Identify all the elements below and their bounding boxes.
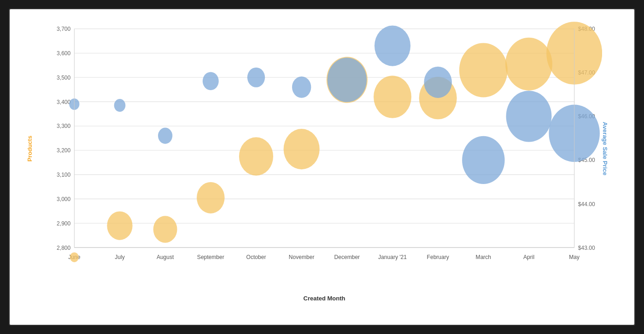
svg-text:December: December <box>334 253 360 260</box>
svg-text:2,800: 2,800 <box>57 244 70 251</box>
svg-point-58 <box>424 67 452 98</box>
chart-container: Products Average Sale Price 2,8002,9003,… <box>9 8 635 326</box>
svg-point-59 <box>462 136 504 184</box>
svg-text:3,700: 3,700 <box>57 25 70 32</box>
svg-point-45 <box>374 75 411 118</box>
svg-point-38 <box>70 252 79 262</box>
svg-text:$44.00: $44.00 <box>578 200 595 207</box>
svg-text:November: November <box>289 253 315 260</box>
svg-text:February: February <box>427 253 450 260</box>
svg-point-43 <box>284 129 320 169</box>
chart-area: Products Average Sale Price 2,8002,9003,… <box>47 18 602 279</box>
svg-text:2,900: 2,900 <box>57 219 70 227</box>
svg-point-57 <box>375 26 410 66</box>
svg-text:March: March <box>476 253 491 260</box>
svg-text:3,100: 3,100 <box>57 171 70 178</box>
svg-point-40 <box>153 216 177 242</box>
svg-point-39 <box>107 211 132 240</box>
svg-text:3,400: 3,400 <box>57 98 70 105</box>
svg-point-48 <box>505 38 552 91</box>
x-axis-label: Created Month <box>304 295 345 302</box>
svg-text:3,300: 3,300 <box>57 122 70 130</box>
svg-text:3,500: 3,500 <box>57 74 70 81</box>
svg-text:3,200: 3,200 <box>57 147 70 154</box>
y-axis-right-label: Average Sale Price <box>602 122 609 176</box>
svg-point-47 <box>459 43 508 97</box>
svg-point-51 <box>114 99 126 112</box>
chart-svg: 2,8002,9003,0003,1003,2003,3003,4003,500… <box>47 18 602 279</box>
svg-text:3,600: 3,600 <box>57 49 70 57</box>
svg-text:January '21: January '21 <box>378 253 407 260</box>
svg-text:July: July <box>115 253 125 260</box>
svg-text:August: August <box>157 253 174 260</box>
svg-text:3,000: 3,000 <box>57 195 70 202</box>
svg-point-54 <box>247 68 265 87</box>
svg-text:May: May <box>569 253 580 260</box>
svg-point-52 <box>158 127 172 144</box>
svg-point-42 <box>239 137 273 176</box>
svg-text:October: October <box>246 253 267 260</box>
svg-point-55 <box>292 76 311 98</box>
svg-point-56 <box>328 58 367 102</box>
svg-point-60 <box>506 91 552 142</box>
svg-text:$43.00: $43.00 <box>578 244 595 251</box>
y-axis-left-label: Products <box>26 136 33 161</box>
svg-text:September: September <box>197 253 225 260</box>
svg-point-41 <box>197 182 225 213</box>
svg-point-53 <box>203 72 219 90</box>
svg-text:April: April <box>523 253 534 260</box>
